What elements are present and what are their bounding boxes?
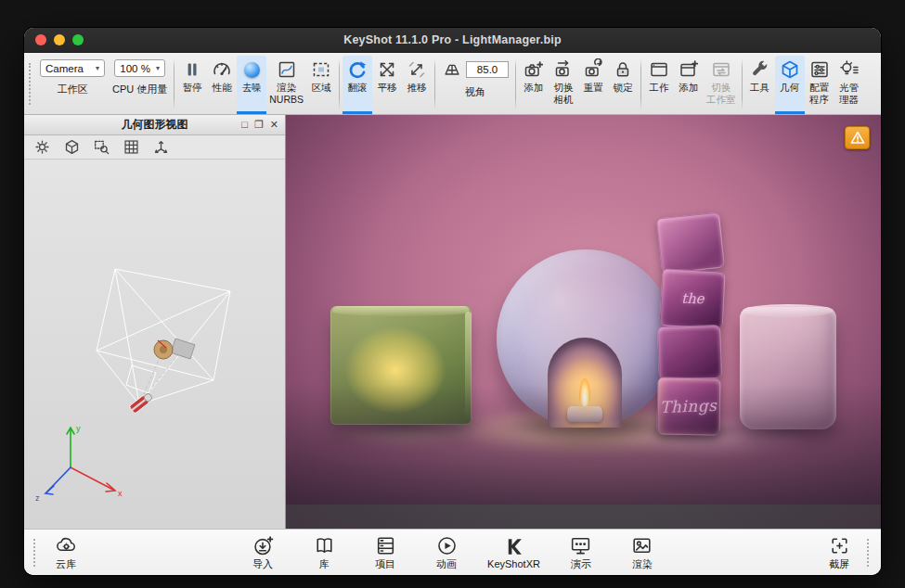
- minimize-button[interactable]: [54, 34, 65, 45]
- cpu-dropdown[interactable]: 100 % ▾: [114, 59, 165, 77]
- light-manager-icon: [837, 58, 861, 82]
- camera-wireframe: y x z: [24, 160, 285, 529]
- toolbar-separator: [174, 58, 175, 109]
- tumble-icon: [345, 58, 369, 82]
- cube-tool-icon[interactable]: [63, 138, 81, 156]
- geometry-panel-toolbar: [24, 135, 285, 160]
- reset-camera-button[interactable]: 重置: [578, 56, 608, 114]
- library-button[interactable]: 库: [300, 534, 348, 571]
- keyshotxr-button[interactable]: KeyShotXR: [484, 535, 544, 569]
- ribbon-center-group: 导入 库 项目 动画: [239, 534, 666, 571]
- play-circle-icon: [435, 534, 459, 557]
- region-button[interactable]: 区域: [306, 56, 336, 114]
- switch-camera-button[interactable]: 切换 相机: [549, 56, 578, 114]
- camera-switch-icon: [551, 58, 575, 82]
- add-workroom-button[interactable]: 添加: [674, 56, 704, 114]
- panel-close-icon[interactable]: ✕: [270, 120, 278, 130]
- close-button[interactable]: [35, 34, 46, 45]
- tools-button[interactable]: 工具: [745, 56, 775, 114]
- lock-icon: [611, 58, 635, 82]
- move-axes-icon[interactable]: [152, 138, 170, 156]
- denoise-icon: [239, 58, 264, 82]
- axis-y-label: y: [76, 424, 81, 433]
- content-area: 几何图形视图 □ ❐ ✕: [24, 115, 881, 529]
- grid-icon[interactable]: [123, 138, 140, 156]
- pause-button[interactable]: 暂停: [177, 56, 207, 114]
- cloud-icon: [55, 534, 78, 557]
- cloud-library-button[interactable]: 云库: [42, 534, 90, 571]
- zoom-button[interactable]: [72, 34, 84, 45]
- lock-camera-button[interactable]: 锁定: [608, 56, 638, 114]
- denoise-button[interactable]: 去噪: [237, 56, 266, 114]
- cpu-value: 100 %: [120, 63, 150, 74]
- camera-reset-icon: [581, 58, 605, 82]
- configurator-button[interactable]: 配置 程序: [805, 56, 834, 114]
- ribbon-drag-handle[interactable]: [33, 539, 38, 567]
- ribbon-drag-handle[interactable]: [867, 539, 872, 567]
- viewport-bottom-strip: [286, 505, 881, 529]
- cpu-usage-selector[interactable]: 100 % ▾ CPU 使用量: [109, 56, 171, 114]
- chevron-down-icon: ▾: [96, 64, 99, 72]
- axis-z-label: z: [35, 493, 40, 503]
- geometry-button[interactable]: 几何: [775, 56, 805, 114]
- fov-control[interactable]: 85.0 视角: [438, 56, 512, 114]
- toolbar-drag-handle[interactable]: [29, 63, 33, 105]
- axis-x-label: x: [118, 489, 123, 498]
- geometry-view-panel: 几何图形视图 □ ❐ ✕: [24, 115, 286, 529]
- workspace-label: 工作区: [58, 83, 88, 96]
- realtime-viewport[interactable]: the Things: [286, 115, 881, 529]
- dolly-icon: [405, 58, 429, 82]
- keyshot-window: KeyShot 11.1.0 Pro - LightManager.bip Ca…: [24, 28, 881, 575]
- gear-icon[interactable]: [33, 138, 51, 156]
- workroom-button[interactable]: 工作: [644, 56, 674, 114]
- render-icon: [630, 534, 653, 557]
- project-button[interactable]: 项目: [361, 534, 409, 571]
- present-button[interactable]: 演示: [557, 534, 605, 571]
- bottom-ribbon: 云库 导入 库 项目: [24, 529, 881, 575]
- render-nurbs-button[interactable]: 渲染 NURBS: [266, 56, 306, 114]
- presentation-icon: [569, 534, 592, 557]
- project-icon: [374, 534, 397, 557]
- workspace-dropdown[interactable]: Camera ▾: [40, 59, 105, 77]
- gauge-icon: [210, 58, 234, 82]
- glass-cube-top: [656, 212, 725, 275]
- geometry-panel-header[interactable]: 几何图形视图 □ ❐ ✕: [24, 115, 285, 135]
- import-button[interactable]: 导入: [239, 534, 287, 571]
- fov-input[interactable]: 85.0: [466, 61, 509, 78]
- fov-label: 视角: [465, 85, 485, 99]
- traffic-lights: [35, 34, 84, 45]
- cube-engraving-the: the: [681, 290, 705, 307]
- performance-button[interactable]: 性能: [207, 56, 237, 114]
- screenshot-button[interactable]: 截屏: [815, 534, 863, 571]
- main-toolbar: Camera ▾ 工作区 100 % ▾ CPU 使用量 暂停 性能: [24, 53, 881, 115]
- glass-cube-plain: [657, 325, 722, 380]
- toolbar-separator: [339, 58, 340, 109]
- titlebar[interactable]: KeyShot 11.1.0 Pro - LightManager.bip: [24, 28, 881, 53]
- pan-button[interactable]: 平移: [372, 56, 402, 114]
- workroom-switch-icon: [709, 58, 733, 82]
- animation-button[interactable]: 动画: [422, 534, 471, 571]
- region-icon: [309, 58, 333, 82]
- tumble-button[interactable]: 翻滚: [343, 56, 372, 114]
- toolbar-separator: [515, 58, 516, 109]
- dolly-button[interactable]: 推移: [402, 56, 432, 114]
- camera-add-icon: [522, 58, 546, 82]
- book-icon: [313, 534, 336, 557]
- glass-cube-the: the: [659, 268, 725, 328]
- light-manager-button[interactable]: 光管 理器: [834, 56, 864, 114]
- panel-float-icon[interactable]: ❐: [254, 120, 264, 130]
- zoom-region-icon[interactable]: [93, 138, 110, 156]
- render-button[interactable]: 渲染: [618, 534, 666, 571]
- switch-workroom-button[interactable]: 切换 工作室: [704, 56, 739, 114]
- warning-badge[interactable]: [845, 126, 870, 149]
- toolbar-separator: [434, 58, 435, 109]
- keyshot-logo-icon: [502, 535, 525, 558]
- wrench-icon: [748, 58, 772, 82]
- geometry-viewport[interactable]: y x z: [24, 160, 285, 529]
- workspace-value: Camera: [45, 63, 84, 74]
- panel-restore-icon[interactable]: □: [241, 120, 248, 130]
- nurbs-icon: [275, 58, 299, 82]
- geometry-panel-title: 几何图形视图: [122, 117, 188, 133]
- add-camera-button[interactable]: 添加: [519, 56, 549, 114]
- workspace-selector[interactable]: Camera ▾ 工作区: [36, 56, 109, 114]
